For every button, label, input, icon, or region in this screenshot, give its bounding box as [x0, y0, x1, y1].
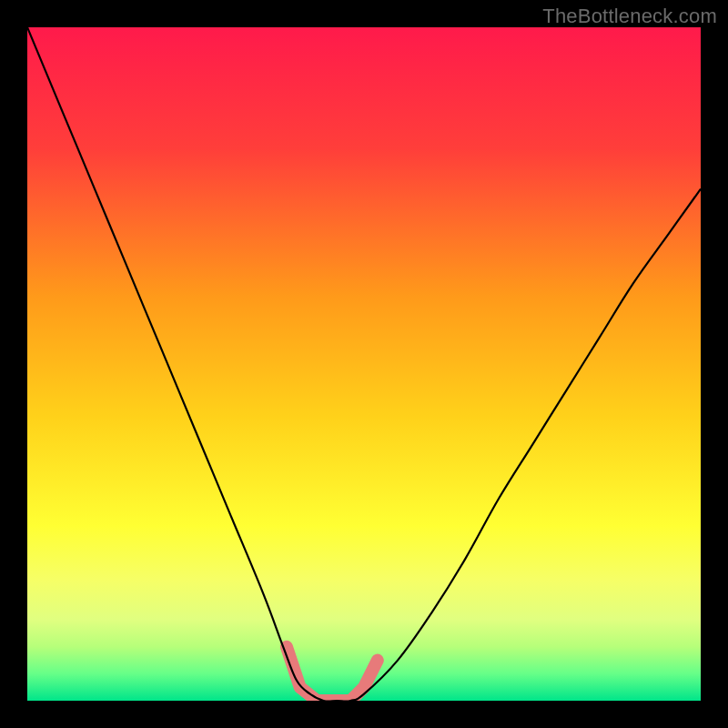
highlight-bracket — [287, 647, 378, 701]
watermark-text: TheBottleneck.com — [542, 5, 717, 28]
curve-layer — [27, 27, 701, 701]
bottleneck-curve — [27, 27, 701, 701]
chart-frame: TheBottleneck.com — [0, 0, 728, 728]
plot-area — [27, 27, 701, 701]
